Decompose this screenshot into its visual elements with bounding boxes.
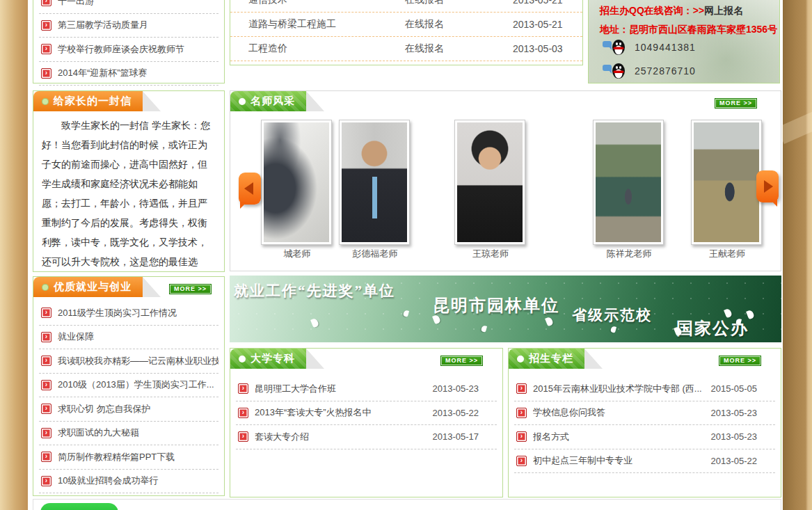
list-item[interactable]: › 我读职校我亦精彩——记云南林业职业技术 [39, 349, 218, 374]
list-item[interactable]: › 十一出游 [39, 0, 218, 14]
more-button[interactable]: MORE >> [715, 98, 757, 109]
teacher-name: 王献老师 [678, 248, 776, 260]
campus-news-list: › 十一出游 › 第三届教学活动质量月 › 学校举行教师座谈会庆祝教师节 › 2… [33, 0, 224, 86]
list-item-label: 2010级（2013届）学生顶岗实习工作... [58, 378, 218, 391]
red-arrow-icon: › [41, 20, 51, 31]
list-item-label: 2015年云南林业职业技术学院中专部 (西... [533, 383, 703, 395]
letter-header: 给家长的一封信 [33, 91, 224, 111]
list-item-label: 报名方式 [533, 431, 703, 443]
dot-icon [42, 98, 49, 105]
dot-icon [239, 356, 246, 362]
qq-number[interactable]: 1049441381 [635, 42, 696, 53]
list-item[interactable]: › 套读大专介绍 2013-05-17 [236, 425, 497, 449]
list-item[interactable]: › 10级就业招聘会成功举行 [39, 470, 218, 494]
banner-line2: 昆明市园林单位 [433, 294, 559, 317]
teacher-photo-lake [596, 122, 661, 242]
list-item-label: 求职心切 勿忘自我保护 [58, 403, 218, 415]
more-button[interactable]: MORE >> [719, 356, 761, 366]
teacher-photo[interactable] [339, 120, 410, 245]
teacher-photo[interactable] [261, 120, 332, 245]
section-title: 招生专栏 [529, 352, 573, 365]
list-item[interactable]: › 简历制作教程精华篇PPT下载 [39, 445, 218, 470]
list-item[interactable]: › 2015年云南林业职业技术学院中专部 (西... 2015-05-05 [514, 377, 775, 401]
teacher-name: 王琼老师 [442, 248, 539, 260]
list-item[interactable]: › 2011级学生顶岗实习工作情况 [39, 301, 218, 326]
signup-table-box: 通信技术 在线报名 2013-05-21 道路与桥梁工程施工 在线报名 2013… [230, 0, 583, 65]
banner-line3: 省级示范校 [572, 305, 652, 325]
teacher-name: 陈祥龙老师 [580, 248, 678, 260]
list-item[interactable]: › 2014年“迎新杯”篮球赛 [39, 62, 218, 86]
green-button[interactable] [40, 503, 118, 510]
signup-row: 道路与桥梁工程施工 在线报名 2013-05-21 [230, 13, 582, 37]
teacher-name: 彭德福老师 [326, 248, 424, 260]
college-box: 大学专科 MORE >> › 昆明理工大学合作班 2013-05-23 › 20… [230, 348, 503, 497]
list-item[interactable]: › 报名方式 2013-05-23 [514, 425, 775, 449]
major-name[interactable]: 通信技术 [230, 0, 405, 6]
teacher-photo-suit [342, 122, 407, 242]
list-item[interactable]: › 2010级（2013届）学生顶岗实习工作... [39, 374, 218, 398]
major-name[interactable]: 道路与桥梁工程施工 [230, 18, 405, 31]
red-arrow-icon: › [41, 452, 51, 462]
dot-icon [239, 98, 246, 105]
carousel-prev-button[interactable] [239, 173, 261, 205]
signup-row: 通信技术 在线报名 2013-05-21 [230, 0, 582, 13]
qq-number[interactable]: 2572876710 [635, 65, 696, 77]
teacher-photo[interactable] [593, 120, 664, 245]
list-item-label: 2013年“套读大专”火热报名中 [255, 406, 424, 419]
list-item-label: 十一出游 [58, 0, 218, 8]
teacher-photo-portrait [457, 122, 523, 242]
teacher-photo[interactable] [691, 120, 762, 245]
employment-header: 优质就业与创业 MORE >> [33, 277, 224, 297]
list-item[interactable]: › 学校举行教师座谈会庆祝教师节 [39, 38, 218, 62]
teachers-header: 名师风采 MORE >> [230, 91, 781, 111]
list-item-date: 2013-05-23 [424, 383, 479, 394]
carousel-next-button[interactable] [756, 170, 779, 202]
qq-contact-row[interactable]: 2572876710 [603, 62, 696, 80]
employment-box: 优质就业与创业 MORE >> › 2011级学生顶岗实习工作情况 › 就业保障… [33, 276, 225, 496]
online-signup-link[interactable]: 在线报名 [405, 42, 513, 55]
teacher-photo-snow [264, 122, 329, 242]
dove-icon [310, 318, 319, 328]
signup-table: 通信技术 在线报名 2013-05-21 道路与桥梁工程施工 在线报名 2013… [230, 0, 582, 61]
online-signup-link[interactable]: 在线报名 [405, 0, 513, 6]
tab-shadow [306, 91, 324, 111]
list-item[interactable]: › 初中起点三年制中专专业 2013-05-22 [514, 449, 775, 474]
list-item[interactable]: › 学校信息你问我答 2013-05-23 [514, 401, 775, 426]
awards-banner[interactable]: 就业工作“先进奖”单位 昆明市园林单位 省级示范校 国家公办 [230, 276, 781, 342]
qq-penguin-icon [603, 38, 626, 56]
list-item-label: 学校信息你问我答 [533, 406, 703, 419]
page: › 十一出游 › 第三届教学活动质量月 › 学校举行教师座谈会庆祝教师节 › 2… [0, 0, 812, 510]
list-item[interactable]: › 2013年“套读大专”火热报名中 2013-05-22 [236, 401, 497, 426]
list-item[interactable]: › 求职面试的九大秘籍 [39, 422, 218, 446]
red-arrow-icon: › [41, 308, 51, 318]
list-item-label: 10级就业招聘会成功举行 [58, 475, 218, 487]
left-background-band [0, 0, 28, 510]
list-item[interactable]: › 就业保障 [39, 326, 218, 350]
online-signup-link[interactable]: 网上报名 [704, 5, 743, 16]
section-title: 给家长的一封信 [54, 95, 132, 108]
teacher-photo-field [694, 122, 759, 242]
right-background-band [783, 0, 812, 510]
red-arrow-icon: › [41, 476, 51, 486]
list-item[interactable]: › 第三届教学活动质量月 [39, 14, 218, 38]
list-item[interactable]: › 求职心切 勿忘自我保护 [39, 397, 218, 422]
more-button[interactable]: MORE >> [169, 284, 212, 294]
teacher-photo[interactable] [454, 120, 525, 245]
red-arrow-icon: › [41, 404, 51, 414]
red-arrow-icon: › [516, 408, 527, 418]
list-item-label: 学校举行教师座谈会庆祝教师节 [58, 43, 218, 56]
list-item-date: 2015-05-05 [703, 383, 757, 394]
red-arrow-icon: › [238, 383, 248, 394]
red-arrow-icon: › [238, 408, 248, 418]
tab-shadow [143, 277, 161, 297]
major-name[interactable]: 工程造价 [230, 42, 405, 55]
qq-contact-row[interactable]: 1049441381 [603, 38, 696, 56]
red-arrow-icon: › [41, 356, 51, 366]
online-signup-link[interactable]: 在线报名 [405, 18, 513, 31]
red-arrow-icon: › [238, 431, 248, 442]
list-item-label: 我读职校我亦精彩——记云南林业职业技术 [58, 355, 218, 367]
more-button[interactable]: MORE >> [440, 356, 483, 366]
dove-icon [403, 310, 409, 317]
list-item[interactable]: › 昆明理工大学合作班 2013-05-23 [236, 377, 497, 401]
signup-date: 2013-05-03 [513, 43, 582, 54]
